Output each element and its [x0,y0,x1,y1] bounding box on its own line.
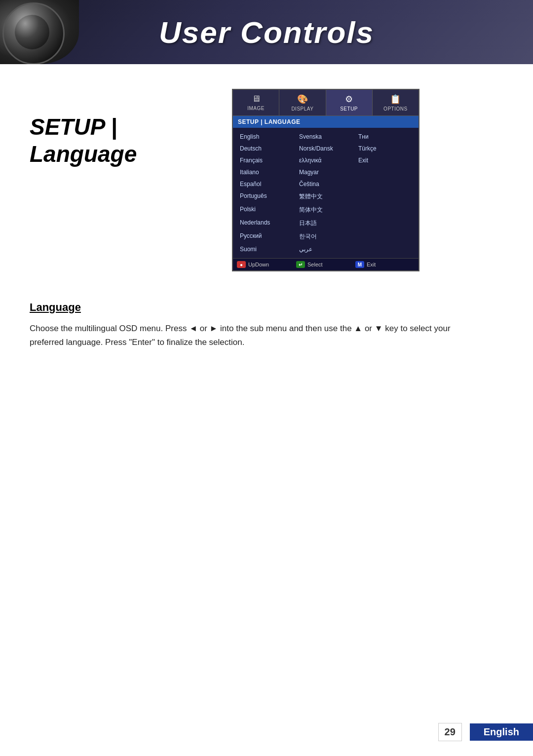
description-text: Choose the multilingual OSD menu. Press … [30,322,454,349]
osd-tab-bar: 🖥 IMAGE 🎨 DISPLAY ⚙ SETUP 📋 OPTIONS [233,90,419,116]
left-panel: SETUP | Language [30,84,217,271]
page-header: User Controls [0,0,533,64]
description-area: Language Choose the multilingual OSD men… [0,291,533,369]
lang-empty-4 [355,203,415,217]
lang-empty-5 [355,217,415,230]
updown-icon: ● [237,261,246,268]
enter-icon: ↵ [296,261,305,268]
status-select: ↵ Select [296,261,355,268]
language-section-heading: Language [30,301,503,314]
lang-traditional-chinese[interactable]: 繁體中文 [296,190,355,203]
lang-polski[interactable]: Polski [237,203,296,217]
setup-tab-label: SETUP [340,106,358,112]
status-exit: M Exit [355,261,415,268]
menu-icon: M [355,261,364,268]
tab-display[interactable]: 🎨 DISPLAY [279,90,326,115]
image-tab-icon: 🖥 [235,94,277,104]
lang-japanese[interactable]: 日本語 [296,217,355,230]
setup-language-title: SETUP | Language [30,113,217,168]
lang-svenska[interactable]: Svenska [296,131,355,143]
lens-decoration [0,0,79,64]
lang-nederlands[interactable]: Nederlands [237,217,296,230]
select-label: Select [307,262,323,267]
osd-menu: 🖥 IMAGE 🎨 DISPLAY ⚙ SETUP 📋 OPTIONS SETU… [232,89,419,271]
lang-empty-7 [355,243,415,255]
page-number: 29 [438,723,462,741]
lang-italiano[interactable]: Italiano [237,166,296,178]
tab-image[interactable]: 🖥 IMAGE [233,90,279,115]
lang-russian[interactable]: Русский [237,230,296,243]
lang-empty-1 [355,166,415,178]
display-tab-label: DISPLAY [291,106,313,112]
language-grid: English Svenska Тни Deutsch Norsk/Dansk … [233,128,419,258]
display-tab-icon: 🎨 [281,94,323,105]
osd-breadcrumb: SETUP | LANGUAGE [233,116,419,128]
lang-turkce[interactable]: Türkçe [355,143,415,154]
lang-exit-1[interactable]: Exit [355,154,415,166]
status-updown: ● UpDown [237,261,296,268]
options-tab-icon: 📋 [375,94,417,105]
osd-statusbar: ● UpDown ↵ Select M Exit [233,258,419,270]
lang-empty-2 [355,178,415,190]
lang-empty-3 [355,190,415,203]
main-content: SETUP | Language 🖥 IMAGE 🎨 DISPLAY ⚙ SET… [0,64,533,291]
lang-suomi[interactable]: Suomi [237,243,296,255]
exit-label: Exit [367,262,376,267]
footer-language: English [470,723,533,741]
setup-tab-icon: ⚙ [328,94,370,105]
lang-norsk[interactable]: Norsk/Dansk [296,143,355,154]
updown-label: UpDown [248,262,269,267]
image-tab-label: IMAGE [247,106,265,111]
page-title: User Controls [159,15,374,50]
lang-magyar[interactable]: Magyar [296,166,355,178]
right-panel: 🖥 IMAGE 🎨 DISPLAY ⚙ SETUP 📋 OPTIONS SETU… [232,84,503,271]
lang-cestina[interactable]: Čeština [296,178,355,190]
lang-english[interactable]: English [237,131,296,143]
footer-separator [462,722,470,741]
lang-arabic[interactable]: عربي [296,243,355,255]
lang-empty-6 [355,230,415,243]
tab-options[interactable]: 📋 OPTIONS [373,90,419,115]
lang-korean[interactable]: 한국어 [296,230,355,243]
lang-simplified-chinese[interactable]: 简体中文 [296,203,355,217]
lang-greek[interactable]: ελληνικά [296,154,355,166]
lang-tni[interactable]: Тни [355,131,415,143]
lang-deutsch[interactable]: Deutsch [237,143,296,154]
options-tab-label: OPTIONS [383,106,408,112]
lang-portugues[interactable]: Português [237,190,296,203]
tab-setup[interactable]: ⚙ SETUP [326,90,373,115]
lang-espanol[interactable]: Español [237,178,296,190]
lang-francais[interactable]: Français [237,154,296,166]
footer: 29 English [438,722,533,741]
